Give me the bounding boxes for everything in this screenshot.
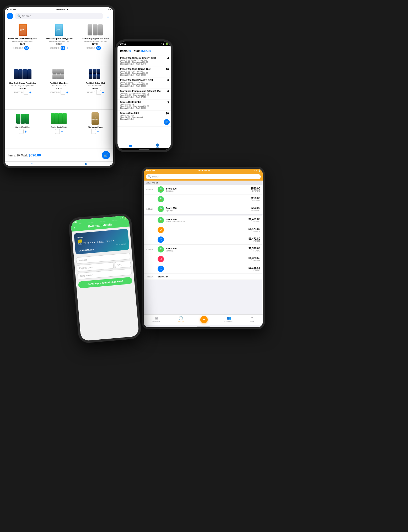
history-tab-dashboard[interactable]: ⊞ Dashboard <box>152 316 161 323</box>
product-cell-8[interactable]: ★STARBUCKS Starbucks Frapp + <box>77 110 113 149</box>
history-item-0[interactable]: 9:12 AM 🍃 Store 526 Syncing... $580.00 -… <box>144 185 263 194</box>
history-item-7[interactable]: ↺ $1,328.65 iF24149 <box>144 254 263 264</box>
product-controls-1: 100002.0 10. + <box>42 46 75 50</box>
product-name-4: Red Bull 16oz 24ct <box>50 82 68 85</box>
order-cart-button[interactable]: 🛒 <box>164 119 170 125</box>
history-item-4[interactable]: ↺ $1,471.80 iF24152 <box>144 225 263 235</box>
history-item-8[interactable]: 🖨 $1,328.65 iF24149 <box>144 264 263 274</box>
product-controls-8: + <box>79 129 112 134</box>
add-product-4[interactable]: + <box>66 90 68 94</box>
product-price-5: $45.00 <box>92 87 98 89</box>
product-cell-5[interactable]: Red Bull 8.4oz 24ct Red Bull 8.4oz 24ct … <box>77 65 113 109</box>
history-status-date: Wed Jan 25 <box>198 170 210 172</box>
card-back-button[interactable]: ‹ <box>74 226 75 229</box>
product-price-2: $27.00 <box>92 43 98 45</box>
history-search-header: 🔍 Search <box>144 173 263 181</box>
ipad-history-device: 11:04 AM Wed Jan 25 ● ▲ 🔋 🔍 Search 2023-… <box>142 167 265 329</box>
product-cell-3[interactable]: Red Bull (Sugar Free) 16oz Red Bull (Sug… <box>5 65 41 109</box>
product-cell-0[interactable]: PEACE TEA Peace Tea (Just Peachy) 12ct P… <box>5 21 41 65</box>
history-tab-add[interactable]: + <box>200 316 208 323</box>
product-price-3: $23.00 <box>19 87 26 89</box>
fab-add-button[interactable]: + <box>200 316 208 323</box>
iphone-order-tab-bar: ☰ 👤 <box>117 142 171 148</box>
product-qty-badge-1[interactable]: 10. <box>61 46 65 50</box>
ipad-history-status-bar: 11:04 AM Wed Jan 25 ● ▲ 🔋 <box>144 169 263 173</box>
order-total-amount: $612.80 <box>141 49 151 52</box>
order-item-discount-4: Discount(%): 0.0 Total: $36.00 <box>120 107 168 109</box>
history-item-3[interactable]: 🍃 Store 410 Synced 1/24/2023 9:38 AM $1,… <box>144 215 263 225</box>
order-item-5[interactable]: Sprite (Can) 35ct Sprite (Can) 35ct Pric… <box>117 110 171 127</box>
product-image-7 <box>50 111 68 126</box>
history-sync-2: Syncing... <box>166 209 249 211</box>
order-item-qty-3: 6 <box>167 90 169 93</box>
history-content-9: Store 354 <box>158 275 260 278</box>
history-search-icon: 🔍 <box>148 175 151 178</box>
iphone-tab-list[interactable]: ☰ <box>129 143 132 148</box>
history-item-9[interactable]: 7:23 AM Store 354 <box>144 274 263 280</box>
card-status-icons: ● ▲ 🔋 <box>120 216 127 219</box>
history-search-bar[interactable]: 🔍 Search <box>146 174 261 179</box>
iphone-tab-profile[interactable]: 👤 <box>155 143 160 148</box>
order-item-prices-2: Price: $3.60 Disc. Amount $0.00 <box>120 83 168 85</box>
more-icon: ≡ <box>251 316 253 320</box>
iphone-order-signals: ● ▲ 🔋 <box>160 43 168 45</box>
product-cell-1[interactable]: PEACE TEA Peace Tea (Sno-Berry) 12ct Pea… <box>41 21 77 65</box>
search-placeholder: Search <box>22 14 31 18</box>
home-indicator-area <box>117 148 171 150</box>
add-product-3[interactable]: + <box>29 90 31 94</box>
history-status-signal: ● ▲ 🔋 <box>254 170 261 172</box>
search-bar[interactable]: 🔍 Search <box>15 13 103 19</box>
order-item-0[interactable]: Peace Tea (Cheeky Cherry) 12ct Peace Tea… <box>117 55 171 66</box>
history-icon-7: ↺ <box>158 256 164 262</box>
order-item-4[interactable]: Sprite (Bottle) 24ct Sprite (Bottle) 24c… <box>117 99 171 110</box>
history-tab-history[interactable]: 🕐 History <box>178 316 184 323</box>
iphone-order-device: 10:53 ● ▲ 🔋 Items: 9 Total: $612.80 Peac… <box>115 39 173 152</box>
product-controls-5: 99164.0 + <box>79 90 112 95</box>
order-item-3[interactable]: Starbucks Frappuccino (Mocha) 15ct Starb… <box>117 88 171 99</box>
history-list: 9:12 AM 🍃 Store 526 Syncing... $580.00 -… <box>144 185 263 314</box>
product-cell-7[interactable]: Sprite (Bottle) 24ct + <box>41 110 77 149</box>
history-time-6: 8:12 AM <box>146 249 155 250</box>
card-valid-label: VALID MM/YY <box>116 243 126 246</box>
order-item-2[interactable]: Peace Tea (Just Peachy) 12ct Peace Tea (… <box>117 77 171 88</box>
history-item-1[interactable]: 🍃 $250.00 -1 iF24146 <box>144 194 263 204</box>
order-item-1[interactable]: Peace Tea (Sno-Berry) 12ct Peace Tea (Sn… <box>117 66 171 77</box>
card-cvv-input[interactable]: CVV <box>115 261 131 268</box>
card-bank-name: Bank <box>77 232 125 239</box>
product-cell-4[interactable]: Red Bull 16oz 24ct Red Bull 16oz 24ct $5… <box>41 65 77 109</box>
product-image-1: PEACE TEA <box>50 23 68 37</box>
grid-toggle-button[interactable]: ⊞ <box>105 13 111 19</box>
product-cell-6[interactable]: Sprite (Can) 35ct + <box>5 110 41 149</box>
add-product-0[interactable]: + <box>30 46 32 50</box>
add-product-5[interactable]: + <box>102 90 104 94</box>
history-tab-more[interactable]: ≡ More <box>250 316 254 323</box>
product-image-2 <box>86 23 104 37</box>
add-product-2[interactable]: + <box>102 46 104 50</box>
add-product-8[interactable]: + <box>97 129 99 134</box>
product-name-5: Red Bull 8.4oz 24ct <box>86 82 105 85</box>
cart-button[interactable]: 🛒 <box>102 151 110 159</box>
history-tab-customers[interactable]: 👥 Customers <box>224 316 233 323</box>
tab-profile[interactable]: 👤 <box>85 163 87 165</box>
product-name-3: Red Bull (Sugar Free) 16oz <box>9 82 36 85</box>
add-product-7[interactable]: + <box>61 129 63 134</box>
order-item-prices-5: Price: $8.75 Disc. Amount <box>120 116 168 118</box>
status-time: 10:23 AM <box>7 8 16 10</box>
history-content-2: Store 310 Syncing... <box>166 207 249 211</box>
order-item-qty-1: 10 <box>166 68 169 71</box>
add-product-1[interactable]: + <box>66 46 68 50</box>
add-product-6[interactable]: + <box>25 129 27 134</box>
history-date-group: 2023-01-25 <box>144 181 263 185</box>
tab-list[interactable]: ☰ <box>31 163 33 165</box>
history-amount-7: $1,328.65 iF24149 <box>249 257 260 261</box>
card-expiry-input[interactable]: Expired Date <box>77 262 114 272</box>
product-qty-badge-2[interactable]: 6.0 <box>96 46 101 50</box>
status-battery: 9% <box>108 8 111 10</box>
history-item-6[interactable]: 8:12 AM 🍃 Store 526 Syncing... $1,328.65… <box>144 245 263 254</box>
history-item-5[interactable]: 🖨 $1,471.80 iF24152 <box>144 235 263 245</box>
history-item-2[interactable]: 1:03 AM 🍃 Store 310 Syncing... $250.00 -… <box>144 204 263 214</box>
back-button[interactable]: ‹ <box>7 13 13 19</box>
product-cell-2[interactable]: Red Bull (Sugar Free) 12oz Red Bull (Sug… <box>77 21 113 65</box>
product-qty-badge-0[interactable]: 8.0 <box>24 46 29 50</box>
items-label: Items: <box>8 154 17 157</box>
